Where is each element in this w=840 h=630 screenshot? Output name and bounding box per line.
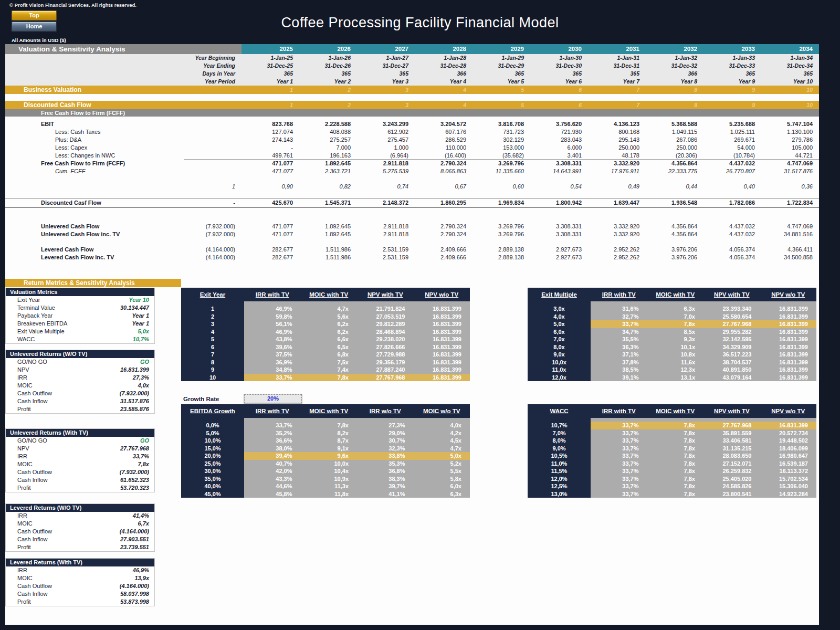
sens-data-row: 20,0%39,4%9,6x33,8%5,0x [181, 452, 470, 460]
metric-label: Profit [17, 405, 31, 413]
band-faint-cell: 9 [704, 101, 761, 109]
sens-value-cell: 41,1% [357, 490, 414, 498]
value-cell: 4.437.032 [704, 223, 761, 230]
sidebar-metric-row: IRR46,9% [6, 566, 154, 574]
value-cell: 127.074 [242, 128, 299, 136]
metric-value: 16.831.399 [120, 366, 149, 374]
sens-key-cell: 12,0% [528, 475, 591, 483]
value-cell: 17.976.911 [588, 167, 646, 175]
initial-cell [184, 128, 242, 136]
value-cell: (20.306) [646, 152, 704, 160]
sens-value-cell: 44,6% [244, 482, 301, 490]
value-cell: 3.332.920 [588, 223, 646, 230]
sens-value-cell: 32.142.595 [704, 335, 760, 343]
year-header-cell: 2026 [299, 44, 357, 54]
sens-value-cell: 16.831.399 [414, 328, 470, 336]
sens-value-cell: 19.448.502 [760, 437, 817, 445]
sidebar-metric-row: Cash Inflow58.037.998 [6, 590, 154, 598]
sens-value-cell: 16.980.647 [760, 452, 817, 460]
band-faint-cell: 10 [761, 101, 819, 109]
sens-value-cell: 33,7% [591, 437, 647, 445]
value-cell: 11.335.660 [472, 167, 530, 175]
sens-key-cell: 8 [181, 359, 244, 366]
date-row-label: Year Beginning [5, 54, 242, 62]
value-cell: 196.163 [299, 152, 357, 160]
sens-value-cell: 29.238.020 [357, 335, 414, 343]
growth-rate-input[interactable]: 20% [244, 394, 302, 403]
value-cell: 286.529 [415, 136, 472, 144]
sens-value-cell: 9,3x [647, 335, 704, 343]
sens-value-cell: 33,7% [591, 482, 647, 490]
sens-spacer-key [181, 301, 244, 305]
row-label: Plus: D&A [5, 136, 184, 144]
sens-key-cell: 6,0x [528, 328, 591, 336]
value-cell: 3.332.920 [588, 230, 646, 238]
sens-key-cell: 1 [181, 305, 244, 313]
value-cell: 3.976.206 [646, 254, 704, 261]
sens-value-cell: 5,5x [414, 467, 470, 475]
value-cell: 4.056.374 [704, 254, 761, 261]
value-cell: 2.228.588 [299, 120, 357, 128]
fcff-row: Free Cash Flow to Firm (FCFF)471.0771.89… [5, 160, 819, 167]
sens-value-cell: 16.831.399 [760, 328, 817, 336]
sens-value-cell: 38,0% [244, 445, 301, 453]
value-cell: 471.077 [242, 230, 299, 238]
sens-value-cell: 33,7% [591, 452, 647, 460]
value-cell: 1.639.447 [588, 198, 646, 207]
value-cell: 1.049.115 [646, 128, 704, 136]
sens-data-row: 12,0%33,7%7,8x25.405.02015.702.534 [528, 475, 816, 483]
cash-flow-row: Levered Cash Flow inc. TV(4.164.000)282.… [5, 254, 819, 261]
value-cell: 800.168 [588, 128, 646, 136]
sens-key-cell: 13,0% [528, 490, 591, 498]
sens-value-cell: 35,5% [591, 335, 647, 343]
sens-spacer-cell [414, 301, 470, 305]
sens-value-cell: 59,8% [244, 313, 301, 321]
row-gap [5, 175, 819, 183]
sens-value-cell: 9,1x [301, 445, 358, 453]
sens-value-cell: 16.831.399 [760, 305, 817, 313]
sidebar-metric-row: Profit53.720.323 [6, 484, 154, 492]
sens-value-cell: 7,4x [301, 366, 358, 374]
value-cell: 0,90 [242, 183, 299, 191]
sens-key-cell: 4 [181, 328, 244, 336]
sens-value-cell: 7,8x [647, 422, 704, 429]
sens-value-cell: 16.831.399 [414, 305, 470, 313]
sens-value-cell: 16.831.399 [414, 320, 470, 328]
sens-value-cell: 16.831.399 [414, 313, 470, 321]
date-row: Days in Year3653653653663653653653663653… [5, 70, 819, 78]
value-cell: 1.892.645 [299, 223, 357, 230]
value-cell: 4.366.411 [761, 246, 819, 254]
metric-value: 53.873.998 [120, 598, 149, 606]
date-cell: 1-Jan-25 [242, 54, 299, 62]
metric-value: 23.585.876 [120, 405, 149, 413]
sens-value-cell: 42,0% [244, 467, 301, 475]
sens-value-cell: 13,1x [647, 374, 704, 382]
sens-value-cell: 6,6x [301, 335, 358, 343]
date-cell: 365 [242, 70, 299, 78]
sidebar-metric-row: GO/NO GOGO [6, 358, 154, 366]
initial-cell: (4.164.000) [184, 246, 242, 254]
date-cell: 1-Jan-26 [299, 54, 357, 62]
sens-value-cell: 6,0x [414, 482, 470, 490]
sens-value-cell: 5,2x [414, 460, 470, 468]
value-cell: 295.143 [588, 136, 646, 144]
date-cell: 1-Jan-30 [530, 54, 588, 62]
sens-col-header: NPV with TV [704, 291, 760, 298]
sidebar-metric-row: MOIC7,8x [6, 460, 154, 468]
sens-value-cell: 8,7x [301, 437, 358, 445]
sidebar-box-title: Unlevered Returns (With TV) [6, 429, 154, 437]
sidebar-metric-row: Cash Inflow31.517.876 [6, 397, 154, 405]
sidebar-metric-row: Payback YearYear 1 [6, 312, 154, 320]
year-header-cell: 2034 [761, 44, 819, 54]
value-cell: 2.927.673 [530, 254, 588, 261]
sidebar-metric-row: MOIC6,7x [6, 520, 154, 528]
sens-value-cell: 34,8% [244, 366, 301, 374]
sens-value-cell: 7,8x [301, 374, 358, 382]
date-cell: Year 9 [704, 78, 761, 86]
value-cell: 2.889.138 [472, 246, 530, 254]
value-cell: 54.000 [704, 144, 761, 152]
sens-key-cell: 45,0% [181, 490, 244, 498]
value-cell: (35.682) [472, 152, 530, 160]
value-cell: 8.065.863 [415, 167, 472, 175]
date-cell: 1-Jan-27 [357, 54, 415, 62]
